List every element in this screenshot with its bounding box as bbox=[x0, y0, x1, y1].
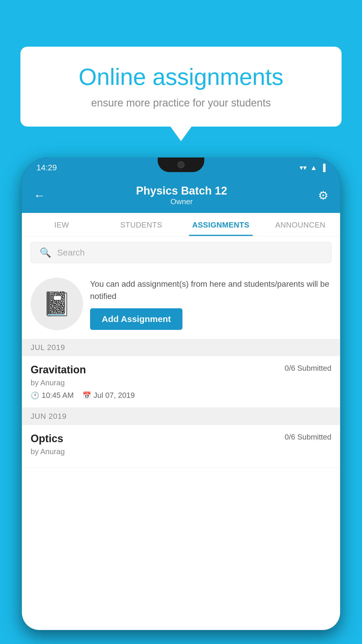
tab-announcements[interactable]: ANNOUNCEN bbox=[261, 213, 340, 236]
assignment-status-optics: 0/6 Submitted bbox=[285, 433, 331, 442]
promo-icon-circle: 📓 bbox=[31, 278, 83, 330]
search-container: 🔍 Search bbox=[22, 236, 340, 269]
assignment-item-optics[interactable]: Optics 0/6 Submitted by Anurag bbox=[22, 425, 340, 468]
meta-time-gravitation: 🕐 10:45 AM bbox=[31, 391, 74, 400]
notebook-icon: 📓 bbox=[42, 290, 71, 318]
assignment-promo: 📓 You can add assignment(s) from here an… bbox=[22, 269, 340, 339]
clock-icon: 🕐 bbox=[31, 391, 39, 400]
search-placeholder: Search bbox=[57, 248, 85, 258]
settings-icon[interactable]: ⚙ bbox=[318, 189, 328, 202]
battery-icon: ▐ bbox=[321, 164, 326, 172]
assignment-status-gravitation: 0/6 Submitted bbox=[285, 364, 331, 373]
speech-bubble-title: Online assignments bbox=[44, 64, 318, 90]
assignment-name-gravitation: Gravitation bbox=[31, 364, 86, 376]
section-jul-2019: JUL 2019 bbox=[22, 339, 340, 356]
promo-text: You can add assignment(s) from here and … bbox=[90, 278, 331, 302]
assignment-meta-gravitation: 🕐 10:45 AM 📅 Jul 07, 2019 bbox=[31, 391, 331, 400]
speech-bubble-container: Online assignments ensure more practice … bbox=[20, 47, 342, 127]
calendar-icon: 📅 bbox=[82, 391, 91, 400]
search-bar[interactable]: 🔍 Search bbox=[31, 242, 331, 263]
header-subtitle: Owner bbox=[136, 197, 227, 206]
section-label-jul: JUL 2019 bbox=[31, 343, 65, 352]
header-center: Physics Batch 12 Owner bbox=[136, 185, 227, 206]
tab-iew[interactable]: IEW bbox=[22, 213, 101, 236]
status-bar: 14:29 ▾▾ ▲ ▐ bbox=[22, 158, 340, 178]
notch bbox=[158, 158, 204, 172]
add-assignment-button[interactable]: Add Assignment bbox=[90, 308, 182, 330]
assignment-date-gravitation: Jul 07, 2019 bbox=[94, 391, 135, 400]
back-button[interactable]: ← bbox=[34, 189, 45, 202]
promo-right: You can add assignment(s) from here and … bbox=[90, 278, 331, 330]
speech-bubble-subtitle: ensure more practice for your students bbox=[44, 97, 318, 109]
tab-assignments[interactable]: ASSIGNMENTS bbox=[181, 213, 261, 236]
assignment-item-gravitation[interactable]: Gravitation 0/6 Submitted by Anurag 🕐 10… bbox=[22, 356, 340, 408]
phone-screen: IEW STUDENTS ASSIGNMENTS ANNOUNCEN 🔍 Sea… bbox=[22, 213, 340, 630]
assignment-item-header-optics: Optics 0/6 Submitted bbox=[31, 433, 331, 445]
header-title: Physics Batch 12 bbox=[136, 185, 227, 197]
phone-frame: 14:29 ▾▾ ▲ ▐ ← Physics Batch 12 Owner ⚙ bbox=[22, 158, 340, 630]
assignment-author-optics: by Anurag bbox=[31, 447, 331, 456]
status-time: 14:29 bbox=[36, 163, 57, 172]
assignment-item-header: Gravitation 0/6 Submitted bbox=[31, 364, 331, 376]
assignment-name-optics: Optics bbox=[31, 433, 63, 445]
wifi-icon: ▾▾ bbox=[300, 164, 307, 172]
meta-date-gravitation: 📅 Jul 07, 2019 bbox=[82, 391, 135, 400]
status-icons: ▾▾ ▲ ▐ bbox=[300, 164, 326, 172]
speech-bubble: Online assignments ensure more practice … bbox=[20, 47, 342, 127]
tabs: IEW STUDENTS ASSIGNMENTS ANNOUNCEN bbox=[22, 213, 340, 236]
search-icon: 🔍 bbox=[40, 247, 51, 258]
assignment-time-gravitation: 10:45 AM bbox=[42, 391, 74, 400]
section-jun-2019: JUN 2019 bbox=[22, 408, 340, 425]
app-header: ← Physics Batch 12 Owner ⚙ bbox=[22, 178, 340, 213]
phone-container: 14:29 ▾▾ ▲ ▐ ← Physics Batch 12 Owner ⚙ bbox=[22, 158, 340, 644]
assignment-author-gravitation: by Anurag bbox=[31, 378, 331, 387]
section-label-jun: JUN 2019 bbox=[31, 412, 67, 421]
camera bbox=[178, 161, 184, 168]
tab-students[interactable]: STUDENTS bbox=[101, 213, 181, 236]
signal-icon: ▲ bbox=[310, 164, 317, 172]
